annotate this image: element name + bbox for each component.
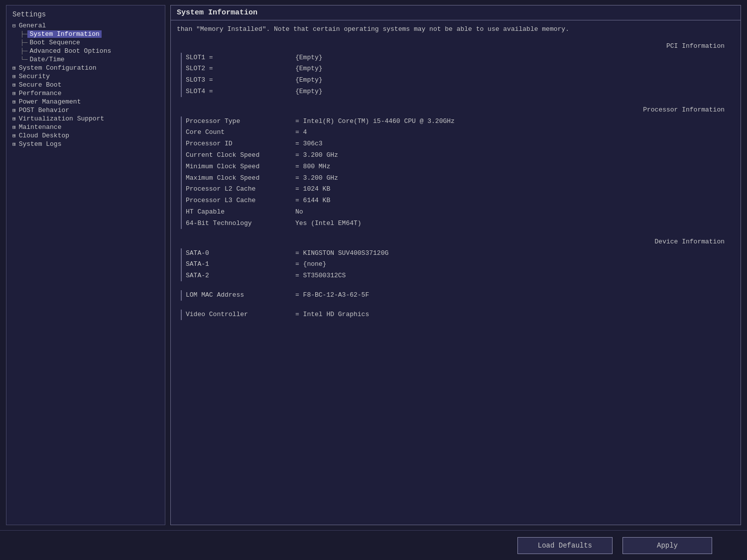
expand-icon: ⊞ bbox=[12, 99, 16, 105]
device-section-title: Device Information bbox=[177, 238, 735, 245]
info-value: {Empty} bbox=[295, 87, 323, 97]
info-value: = 3.200 GHz bbox=[295, 173, 338, 184]
device-table: SATA-0= KINGSTON SUV400S37120GSATA-1= {n… bbox=[181, 248, 735, 281]
sidebar-title: Settings bbox=[8, 9, 163, 19]
info-value: = 4 bbox=[295, 127, 307, 138]
sidebar-item-label: Virtualization Support bbox=[17, 115, 107, 122]
table-row: Core Count= 4 bbox=[186, 127, 735, 138]
info-value: = ST3500312CS bbox=[295, 271, 346, 281]
pci-table: SLOT1 ={Empty}SLOT2 ={Empty}SLOT3 ={Empt… bbox=[181, 53, 735, 97]
table-row: Processor Type= Intel(R) Core(TM) i5-446… bbox=[186, 116, 735, 127]
sidebar-item-label: System Configuration bbox=[17, 64, 99, 72]
expand-icon: ⊞ bbox=[12, 82, 16, 88]
info-value: = 306c3 bbox=[295, 139, 323, 149]
sidebar-item-maintenance[interactable]: ⊞Maintenance bbox=[8, 123, 163, 131]
processor-section: Processor Information Processor Type= In… bbox=[177, 106, 735, 229]
table-row: HT CapableNo bbox=[186, 207, 735, 218]
table-row: Minimum Clock Speed= 800 MHz bbox=[186, 162, 735, 172]
table-row: SATA-2= ST3500312CS bbox=[186, 271, 735, 281]
content-area: System Information than "Memory Installe… bbox=[170, 5, 741, 525]
page-title: System Information bbox=[177, 8, 257, 17]
sidebar-item-system-information[interactable]: ├─System Information bbox=[8, 30, 163, 38]
sidebar-item-performance[interactable]: ⊞Performance bbox=[8, 89, 163, 98]
info-value: = 800 MHz bbox=[295, 162, 330, 172]
sidebar-item-security[interactable]: ⊞Security bbox=[8, 72, 163, 81]
pci-section: PCI Information SLOT1 ={Empty}SLOT2 ={Em… bbox=[177, 42, 735, 97]
device-section: Device Information SATA-0= KINGSTON SUV4… bbox=[177, 238, 735, 281]
table-row: SLOT4 ={Empty} bbox=[186, 87, 735, 97]
pci-section-title: PCI Information bbox=[177, 42, 735, 50]
network-table: LOM MAC Address= F8-BC-12-A3-62-5F bbox=[181, 290, 735, 301]
network-section: LOM MAC Address= F8-BC-12-A3-62-5F bbox=[177, 290, 735, 301]
sidebar-item-virtualization-support[interactable]: ⊞Virtualization Support bbox=[8, 114, 163, 123]
info-label: Processor ID bbox=[186, 139, 295, 149]
info-label: SATA-2 bbox=[186, 271, 295, 281]
info-label: SLOT4 = bbox=[186, 87, 295, 97]
table-row: LOM MAC Address= F8-BC-12-A3-62-5F bbox=[186, 290, 735, 301]
info-label: Processor L3 Cache bbox=[186, 196, 295, 206]
sidebar-item-label: System Information bbox=[27, 30, 101, 38]
load-defaults-button[interactable]: Load Defaults bbox=[517, 537, 613, 554]
tree-connector: ├─ bbox=[20, 31, 27, 38]
sidebar-item-general[interactable]: ⊟General bbox=[8, 21, 163, 30]
tree-connector: ├─ bbox=[20, 39, 27, 46]
sidebar-item-label: Boot Sequence bbox=[27, 39, 82, 46]
info-label: SATA-0 bbox=[186, 248, 295, 259]
info-label: SLOT2 = bbox=[186, 64, 295, 74]
sidebar-item-label: Cloud Desktop bbox=[17, 132, 71, 139]
expand-icon: ⊞ bbox=[12, 90, 16, 97]
table-row: Video Controller= Intel HD Graphics bbox=[186, 310, 735, 320]
info-label: HT Capable bbox=[186, 207, 295, 218]
sidebar-item-date-time[interactable]: └─Date/Time bbox=[8, 55, 163, 64]
table-row: SLOT2 ={Empty} bbox=[186, 64, 735, 74]
info-value: = KINGSTON SUV400S37120G bbox=[295, 248, 388, 259]
content-header: System Information bbox=[171, 5, 741, 20]
sidebar-item-label: Date/Time bbox=[27, 56, 66, 63]
info-label: SLOT1 = bbox=[186, 53, 295, 63]
sidebar-item-power-management[interactable]: ⊞Power Management bbox=[8, 98, 163, 106]
note-text: than "Memory Installed". Note that certa… bbox=[177, 24, 735, 34]
table-row: SATA-1= {none} bbox=[186, 259, 735, 270]
info-value: Yes (Intel EM64T) bbox=[295, 219, 362, 229]
sidebar-item-label: Maintenance bbox=[17, 123, 64, 131]
expand-icon: ⊟ bbox=[12, 22, 16, 29]
table-row: Processor ID= 306c3 bbox=[186, 139, 735, 149]
sidebar-item-label: Secure Boot bbox=[17, 81, 64, 89]
info-value: = F8-BC-12-A3-62-5F bbox=[295, 290, 369, 301]
table-row: Current Clock Speed= 3.200 GHz bbox=[186, 150, 735, 161]
apply-button[interactable]: Apply bbox=[622, 537, 712, 554]
expand-icon: ⊞ bbox=[12, 141, 16, 147]
info-value: = 1024 KB bbox=[295, 184, 330, 195]
content-body: than "Memory Installed". Note that certa… bbox=[171, 20, 741, 525]
sidebar-item-boot-sequence[interactable]: ├─Boot Sequence bbox=[8, 38, 163, 47]
info-label: Minimum Clock Speed bbox=[186, 162, 295, 172]
sidebar-item-post-behavior[interactable]: ⊞POST Behavior bbox=[8, 106, 163, 114]
info-value: No bbox=[295, 207, 303, 218]
bottom-bar: Load Defaults Apply bbox=[0, 530, 747, 560]
info-label: SLOT3 = bbox=[186, 75, 295, 86]
tree-connector: └─ bbox=[20, 56, 27, 63]
info-label: Processor Type bbox=[186, 116, 295, 127]
sidebar-item-secure-boot[interactable]: ⊞Secure Boot bbox=[8, 81, 163, 89]
tree-connector: ├─ bbox=[20, 48, 27, 55]
sidebar-item-system-logs[interactable]: ⊞System Logs bbox=[8, 140, 163, 148]
sidebar-item-label: Performance bbox=[17, 90, 64, 97]
info-value: = {none} bbox=[295, 259, 326, 270]
sidebar-item-system-configuration[interactable]: ⊞System Configuration bbox=[8, 64, 163, 72]
table-row: SATA-0= KINGSTON SUV400S37120G bbox=[186, 248, 735, 259]
table-row: SLOT1 ={Empty} bbox=[186, 53, 735, 63]
table-row: Maximum Clock Speed= 3.200 GHz bbox=[186, 173, 735, 184]
expand-icon: ⊞ bbox=[12, 132, 16, 139]
sidebar-item-advanced-boot-options[interactable]: ├─Advanced Boot Options bbox=[8, 47, 163, 55]
info-label: Video Controller bbox=[186, 310, 295, 320]
expand-icon: ⊞ bbox=[12, 115, 16, 122]
sidebar-item-cloud-desktop[interactable]: ⊞Cloud Desktop bbox=[8, 131, 163, 140]
processor-section-title: Processor Information bbox=[177, 106, 735, 113]
expand-icon: ⊞ bbox=[12, 65, 16, 71]
info-label: 64-Bit Technology bbox=[186, 219, 295, 229]
info-label: Core Count bbox=[186, 127, 295, 138]
info-value: = 3.200 GHz bbox=[295, 150, 338, 161]
info-label: Processor L2 Cache bbox=[186, 184, 295, 195]
sidebar-item-label: Advanced Boot Options bbox=[27, 47, 113, 55]
info-value: = Intel HD Graphics bbox=[295, 310, 369, 320]
